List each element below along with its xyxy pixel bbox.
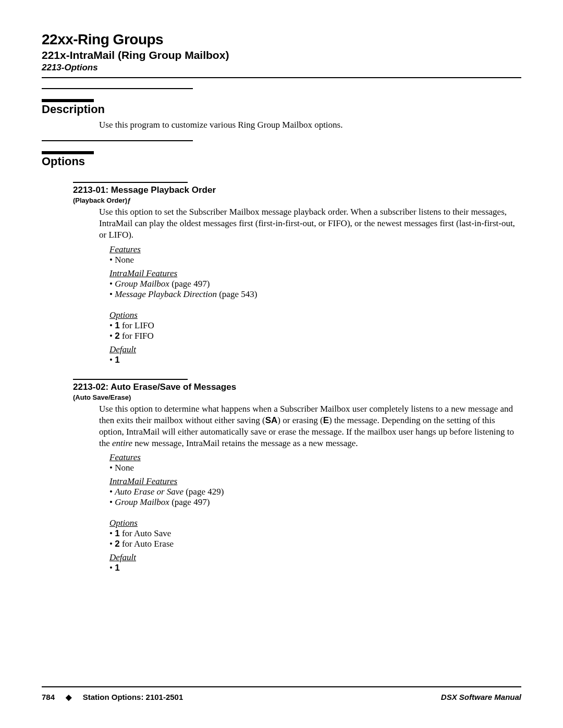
section-rule [42, 140, 193, 141]
intramail-feature-page: (page 497) [169, 279, 210, 289]
section-description: Description [42, 99, 521, 116]
features-list: None [109, 255, 521, 265]
subsection-rule [73, 379, 188, 380]
features-list: None [109, 463, 521, 473]
intramail-feature-page: (page 497) [169, 497, 210, 507]
header-subtitle: 221x-IntraMail (Ring Group Mailbox) [42, 49, 521, 61]
intramail-features-label: IntraMail Features [109, 476, 521, 487]
para-fragment: new message, IntraMail retains the messa… [132, 438, 358, 448]
page-footer: 784 ◆ Station Options: 2101-2501 DSX Sof… [42, 686, 521, 702]
section-bar [42, 99, 94, 102]
default-label: Default [109, 344, 521, 355]
option-value-bold: 1 [115, 320, 119, 330]
features-label: Features [109, 452, 521, 463]
options-label: Options [109, 310, 521, 320]
intramail-feature-item: Group Mailbox (page 497) [109, 279, 521, 289]
intramail-feature-name: Group Mailbox [115, 497, 169, 507]
option-2213-02-subtitle: (Auto Save/Erase) [73, 393, 521, 401]
option-value-item: 2 for FIFO [109, 331, 521, 341]
intramail-feature-name: Message Playback Direction [115, 289, 217, 299]
option-2213-01-subtitle: (Playback Order)ƒ [73, 196, 521, 204]
default-label: Default [109, 552, 521, 563]
feature-none: None [109, 463, 521, 473]
default-value-bold: 1 [115, 563, 119, 573]
intramail-features-list: Auto Erase or Save (page 429) Group Mail… [109, 487, 521, 508]
page-header: 22xx-Ring Groups 221x-IntraMail (Ring Gr… [42, 31, 521, 78]
default-value: 1 [109, 355, 521, 365]
page-number: 784 [42, 693, 55, 701]
intramail-feature-item: Auto Erase or Save (page 429) [109, 487, 521, 497]
feature-none: None [109, 255, 521, 265]
header-option-line: 2213-Options [42, 63, 521, 73]
para-sa: SA [265, 415, 278, 425]
footer-right: DSX Software Manual [441, 693, 521, 702]
para-fragment: ) or erasing ( [277, 415, 323, 425]
footer-rule [42, 686, 521, 687]
subsection-rule [73, 182, 188, 183]
options-list: 1 for Auto Save 2 for Auto Erase [109, 528, 521, 549]
section-options: Options [42, 151, 521, 168]
option-value-bold: 1 [115, 528, 119, 538]
intramail-feature-name: Auto Erase or Save [115, 487, 183, 497]
para-entire: entire [112, 438, 132, 448]
option-value-bold: 2 [115, 331, 119, 341]
intramail-feature-page: (page 543) [217, 289, 257, 299]
section-bar [42, 151, 94, 154]
option-value-item: 2 for Auto Erase [109, 539, 521, 549]
option-value-rest: for FIFO [120, 331, 154, 341]
default-list: 1 [109, 563, 521, 573]
features-label: Features [109, 244, 521, 255]
default-value-bold: 1 [115, 355, 119, 365]
diamond-icon: ◆ [66, 693, 72, 701]
options-label: Options [109, 518, 521, 528]
para-e: E [323, 415, 329, 425]
option-value-rest: for Auto Save [120, 528, 172, 538]
description-text: Use this program to customize various Ri… [99, 119, 521, 130]
section-heading-options: Options [42, 155, 90, 168]
intramail-feature-page: (page 429) [183, 487, 224, 497]
section-rule [42, 88, 193, 89]
intramail-feature-item: Group Mailbox (page 497) [109, 497, 521, 508]
default-value: 1 [109, 563, 521, 573]
option-value-rest: for LIFO [120, 320, 154, 330]
footer-left: 784 ◆ Station Options: 2101-2501 [42, 693, 183, 702]
option-value-rest: for Auto Erase [120, 539, 174, 549]
footer-section-name: Station Options: 2101-2501 [83, 693, 183, 701]
option-2213-01-title: 2213-01: Message Playback Order [73, 185, 521, 195]
option-value-bold: 2 [115, 539, 119, 549]
intramail-features-list: Group Mailbox (page 497) Message Playbac… [109, 279, 521, 300]
default-list: 1 [109, 355, 521, 365]
intramail-feature-item: Message Playback Direction (page 543) [109, 289, 521, 300]
header-title: 22xx-Ring Groups [42, 31, 521, 48]
option-value-item: 1 for Auto Save [109, 528, 521, 539]
option-2213-01-paragraph: Use this option to set the Subscriber Ma… [99, 206, 521, 241]
options-list: 1 for LIFO 2 for FIFO [109, 320, 521, 341]
section-heading-description: Description [42, 103, 110, 116]
footer-row: 784 ◆ Station Options: 2101-2501 DSX Sof… [42, 693, 521, 702]
intramail-features-label: IntraMail Features [109, 268, 521, 279]
intramail-feature-name: Group Mailbox [115, 279, 169, 289]
option-2213-02-paragraph: Use this option to determine what happen… [99, 403, 521, 449]
option-2213-02-title: 2213-02: Auto Erase/Save of Messages [73, 382, 521, 392]
page: 22xx-Ring Groups 221x-IntraMail (Ring Gr… [0, 0, 563, 728]
header-rule [42, 77, 521, 78]
option-value-item: 1 for LIFO [109, 320, 521, 331]
